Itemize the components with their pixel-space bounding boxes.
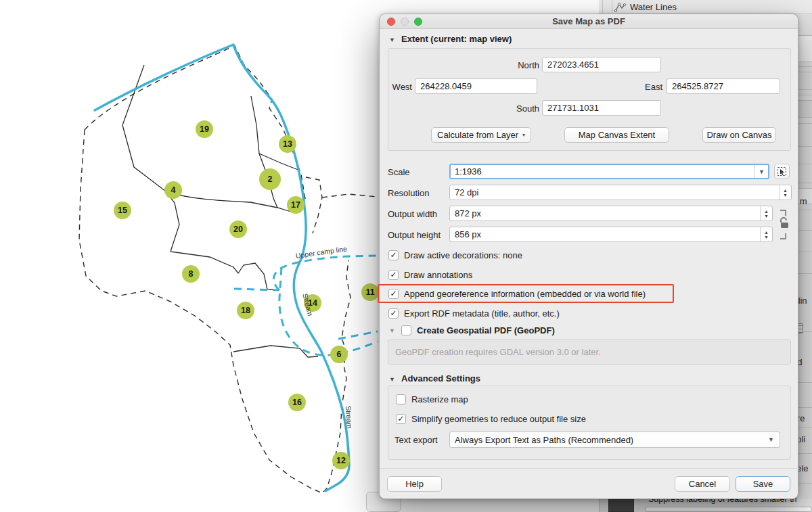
rdf-label: Export RDF metadata (title, author, etc.…	[404, 308, 560, 319]
chevron-down-icon: ▼	[768, 436, 774, 443]
annotations-checkbox-row[interactable]: ✓ Draw annotations	[388, 270, 472, 280]
simplify-label: Simplify geometries to reduce output fil…	[411, 414, 586, 424]
advanced-collapse-triangle-icon[interactable]: ▼	[389, 376, 395, 383]
unlocked-padlock-icon[interactable]	[779, 216, 790, 229]
map-marker-2: 2	[259, 168, 281, 190]
dialog-title: Save Map as PDF	[380, 16, 798, 26]
stream-line	[95, 45, 349, 491]
rasterize-checkbox-row[interactable]: Rasterize map	[396, 394, 468, 404]
link-bracket	[780, 210, 786, 216]
checkbox[interactable]: ✓	[388, 289, 399, 299]
output-height-value: 856 px	[455, 229, 481, 239]
calculate-from-layer-button[interactable]: Calculate from Layer ▾	[431, 127, 531, 143]
map-marker-19: 19	[196, 120, 213, 138]
georeference-checkbox-row[interactable]: ✓ Append georeference information (embed…	[388, 289, 646, 299]
rasterize-label: Rasterize map	[411, 394, 468, 404]
west-label: West	[389, 82, 412, 92]
background-input[interactable]	[645, 507, 812, 512]
cancel-label: Cancel	[689, 479, 716, 489]
map-marker-17: 17	[287, 196, 304, 214]
dialog-titlebar[interactable]: Save Map as PDF	[380, 14, 798, 29]
geopdf-label: Create Geospatial PDF (GeoPDF)	[417, 325, 555, 335]
map-marker-20: 20	[229, 220, 247, 238]
advanced-section-header: Advanced Settings	[401, 373, 480, 383]
text-export-value: Always Export Text as Paths (Recommended…	[455, 435, 633, 445]
checkbox[interactable]	[401, 325, 411, 335]
output-height-input[interactable]: 856 px ▲▼	[449, 227, 773, 242]
checkbox[interactable]	[396, 394, 406, 404]
geopdf-note: GeoPDF creation requires GDAL version 3.…	[388, 340, 791, 365]
scale-combobox[interactable]: 1:1936 ▼	[449, 164, 769, 179]
polyline-icon	[614, 2, 626, 12]
cancel-button[interactable]: Cancel	[675, 476, 730, 492]
text-export-label: Text export	[394, 435, 438, 445]
georeference-label: Append georeference information (embedde…	[404, 289, 646, 299]
geopdf-collapse-triangle-icon[interactable]: ▼	[389, 327, 395, 334]
map-marker-11: 11	[361, 283, 379, 301]
checkbox[interactable]: ✓	[388, 308, 399, 319]
resolution-label: Resolution	[388, 188, 429, 198]
geopdf-checkbox-row[interactable]: Create Geospatial PDF (GeoPDF)	[401, 325, 555, 335]
draw-on-canvas-label: Draw on Canvas	[706, 130, 771, 140]
map-marker-18: 18	[237, 302, 254, 319]
south-input[interactable]: 271731.1031	[542, 100, 661, 116]
map-marker-4: 4	[164, 181, 182, 199]
east-input[interactable]: 264525.8727	[667, 78, 780, 94]
map-canvas-extent-label: Map Canvas Extent	[579, 130, 655, 140]
help-button[interactable]: Help	[387, 476, 442, 492]
save-label: Save	[753, 479, 773, 489]
checkbox[interactable]: ✓	[388, 270, 399, 280]
decorations-label: Draw active decorations: none	[404, 250, 522, 260]
panel-divider	[612, 0, 612, 14]
simplify-checkbox-row[interactable]: ✓ Simplify geometries to reduce output f…	[396, 414, 586, 424]
rdf-checkbox-row[interactable]: ✓ Export RDF metadata (title, author, et…	[388, 308, 560, 319]
scale-value: 1:1936	[455, 166, 482, 177]
decorations-checkbox-row[interactable]: ✓ Draw active decorations: none	[388, 250, 522, 260]
save-button[interactable]: Save	[736, 476, 790, 492]
calculate-from-layer-label: Calculate from Layer	[437, 130, 518, 140]
output-width-value: 872 px	[455, 208, 481, 218]
map-marker-12: 12	[332, 452, 350, 469]
map-marker-16: 16	[288, 394, 306, 411]
annotations-label: Draw annotations	[404, 270, 472, 280]
spinner-arrows-icon[interactable]: ▲▼	[779, 185, 791, 200]
spinner-arrows-icon[interactable]: ▲▼	[760, 206, 772, 220]
east-label: East	[641, 82, 662, 92]
north-input[interactable]: 272023.4651	[542, 57, 661, 72]
output-height-label: Output height	[388, 230, 441, 240]
help-label: Help	[405, 479, 424, 489]
panel-divider	[602, 0, 603, 14]
map-marker-15: 15	[114, 202, 131, 219]
map-marker-13: 13	[279, 135, 296, 153]
resolution-input[interactable]: 72 dpi ▲▼	[449, 185, 792, 200]
map-line-label: Stream	[344, 406, 354, 429]
extent-section-header: Extent (current: map view)	[401, 34, 512, 44]
screen: 191324151720818141161612 Upper camp line…	[0, 0, 812, 512]
spinner-arrows-icon[interactable]: ▲▼	[760, 227, 772, 241]
north-label: North	[485, 60, 539, 70]
text-export-dropdown[interactable]: Always Export Text as Paths (Recommended…	[449, 432, 780, 448]
chevron-down-icon[interactable]: ▼	[754, 165, 768, 178]
layer-label: Water Lines	[630, 2, 677, 12]
map-marker-8: 8	[182, 265, 200, 283]
checkbox[interactable]: ✓	[396, 414, 406, 424]
set-scale-from-map-button[interactable]	[774, 164, 790, 179]
map-canvas-extent-button[interactable]: Map Canvas Extent	[564, 127, 669, 143]
output-width-label: Output width	[388, 209, 437, 219]
layer-item-water-lines[interactable]: Water Lines	[614, 1, 677, 13]
scale-label: Scale	[388, 167, 410, 177]
output-width-input[interactable]: 872 px ▲▼	[449, 206, 773, 221]
link-bracket	[780, 233, 786, 239]
south-label: South	[485, 103, 539, 114]
cursor-icon	[777, 167, 786, 176]
map-marker-6: 6	[330, 346, 348, 363]
save-map-as-pdf-dialog: Save Map as PDF ▼ Extent (current: map v…	[379, 14, 798, 499]
collapse-triangle-icon[interactable]: ▼	[389, 37, 395, 43]
west-input[interactable]: 264228.0459	[415, 78, 537, 94]
draw-on-canvas-button[interactable]: Draw on Canvas	[702, 127, 776, 143]
dropdown-arrow-icon: ▾	[522, 132, 525, 138]
color-swatch[interactable]	[608, 498, 634, 512]
checkbox[interactable]: ✓	[388, 250, 399, 260]
resolution-value: 72 dpi	[455, 187, 478, 197]
